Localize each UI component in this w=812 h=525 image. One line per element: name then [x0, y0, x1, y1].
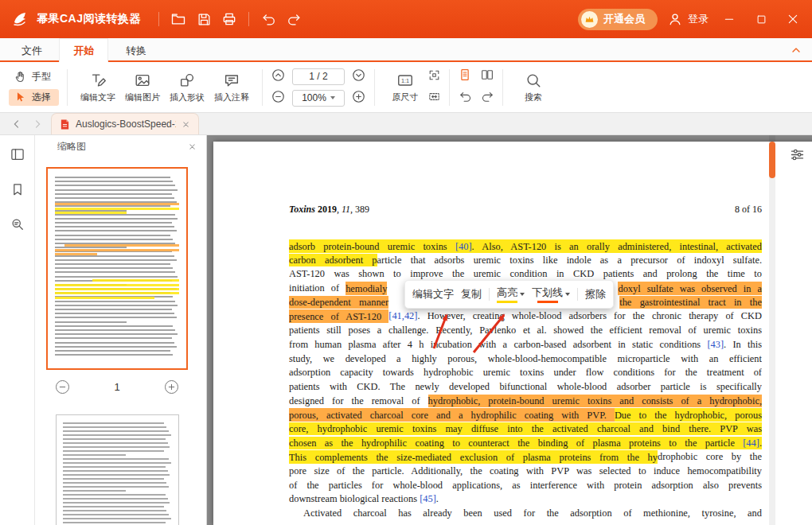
- ribbon-divider: [67, 69, 68, 106]
- panel-close-button[interactable]: [188, 142, 197, 151]
- ribbon-group-layout: [452, 67, 500, 107]
- doc-line[interactable]: pore size of the particle. Additionally,…: [289, 465, 762, 479]
- search-button[interactable]: 搜索: [511, 72, 556, 103]
- ctx-highlight-button[interactable]: 高亮: [497, 286, 525, 303]
- document-page[interactable]: Toxins 2019, 11, 389 8 of 16 adsorb prot…: [213, 142, 812, 525]
- context-toolbar-divider: [489, 288, 490, 301]
- page-indicator[interactable]: 1 / 2: [292, 68, 345, 85]
- ribbon-divider: [262, 69, 263, 106]
- chevron-up-icon: [790, 44, 802, 56]
- close-button[interactable]: [782, 8, 804, 30]
- ribbon-group-view: 1:1 原尺寸: [377, 67, 447, 107]
- shape-icon: [178, 72, 196, 89]
- tab-file[interactable]: 文件: [8, 39, 56, 63]
- ctx-erase-button[interactable]: 擦除: [585, 287, 606, 301]
- thumbnail-panel: 缩略图 1: [35, 135, 207, 525]
- next-page-button[interactable]: [351, 68, 366, 86]
- doc-line[interactable]: study, we developed a highly porous, who…: [289, 352, 762, 367]
- doc-line[interactable]: adsorb protein-bound uremic toxins [40].…: [289, 239, 762, 254]
- doc-line[interactable]: adsorption capacity towards hydrophobic …: [289, 366, 762, 380]
- original-size-button[interactable]: 1:1 原尺寸: [383, 72, 427, 103]
- save-button[interactable]: [193, 8, 215, 30]
- tab-convert[interactable]: 转换: [112, 39, 160, 63]
- doc-line[interactable]: presence of AST-120 [41,42]. However, cr…: [289, 309, 762, 324]
- user-icon: [667, 11, 683, 27]
- prev-page-button[interactable]: [271, 68, 286, 86]
- redo-button[interactable]: [283, 8, 305, 30]
- zoom-in-button[interactable]: [351, 89, 366, 107]
- insert-note-button[interactable]: 插入注释: [209, 72, 254, 103]
- tab-next-button[interactable]: [27, 114, 48, 134]
- cursor-icon: [14, 91, 27, 104]
- doc-line[interactable]: from human plasma after 4 h incubation w…: [289, 338, 762, 352]
- fit-page-button[interactable]: [427, 68, 441, 85]
- titlebar-divider: [158, 12, 159, 26]
- sidebar-strip: [0, 135, 35, 525]
- doc-line[interactable]: designed for the removal of hydrophobic,…: [289, 395, 762, 409]
- ribbon-collapse-button[interactable]: [790, 44, 802, 60]
- document-tab[interactable]: Auslogics-BoostSpeed-13: [51, 113, 199, 134]
- ribbon-group-search: 搜索: [506, 72, 561, 103]
- doc-line[interactable]: Activated charcoal has already been used…: [289, 507, 762, 521]
- doc-line[interactable]: This complements the size-mediated exclu…: [289, 450, 762, 465]
- caret-down-icon[interactable]: [520, 293, 525, 296]
- ribbon-redo-button[interactable]: [481, 90, 494, 107]
- undo-button[interactable]: [257, 8, 279, 30]
- page-thumbnail-1[interactable]: [46, 167, 188, 370]
- scrollbar[interactable]: [769, 135, 775, 525]
- single-page-button[interactable]: [458, 68, 472, 85]
- edit-text-button[interactable]: 编辑文字: [76, 72, 120, 103]
- ctx-edit-text-button[interactable]: 编辑文字: [412, 287, 454, 301]
- open-file-button[interactable]: [167, 8, 189, 30]
- doc-line[interactable]: porous, activated charcoal core and a hy…: [289, 408, 762, 422]
- doc-line[interactable]: patients with CKD. The newly developed b…: [289, 380, 762, 395]
- page-search-button[interactable]: [10, 216, 25, 235]
- thumbnails-panel-button[interactable]: [10, 146, 25, 165]
- titlebar: 幂果CAJ阅读转换器 开通会员 登录: [0, 0, 812, 38]
- ctx-copy-button[interactable]: 复制: [461, 287, 482, 301]
- zoom-select[interactable]: 100%: [292, 90, 345, 107]
- doc-line[interactable]: downstream biological reactions [45].: [289, 492, 762, 507]
- bookmarks-button[interactable]: [10, 181, 25, 200]
- hand-tool-button[interactable]: 手型: [9, 68, 59, 85]
- insert-shape-button[interactable]: 插入形状: [165, 72, 209, 103]
- app-title: 幂果CAJ阅读转换器: [37, 12, 141, 26]
- search-icon: [10, 216, 25, 232]
- select-tool-button[interactable]: 选择: [9, 89, 59, 106]
- maximize-icon: [755, 14, 767, 25]
- membership-button[interactable]: 开通会员: [578, 9, 658, 30]
- login-button[interactable]: 登录: [667, 11, 709, 27]
- tab-close-button[interactable]: [182, 120, 190, 129]
- fit-width-button[interactable]: [427, 90, 441, 107]
- maximize-button[interactable]: [750, 8, 772, 30]
- doc-line[interactable]: of the particles for whole-blood applica…: [289, 479, 762, 493]
- folder-icon: [170, 11, 186, 27]
- edit-image-label: 编辑图片: [125, 91, 160, 103]
- view-settings-button[interactable]: [789, 146, 806, 166]
- minimize-button[interactable]: [718, 8, 740, 30]
- zoom-out-button[interactable]: [271, 89, 286, 107]
- tab-prev-button[interactable]: [6, 114, 27, 134]
- ctx-underline-button[interactable]: 下划线: [532, 286, 570, 303]
- insert-note-label: 插入注释: [214, 91, 249, 103]
- svg-text:1:1: 1:1: [401, 76, 409, 84]
- page-thumbnail-2[interactable]: [56, 414, 179, 525]
- select-tool-label: 选择: [32, 91, 51, 104]
- two-page-button[interactable]: [480, 68, 494, 85]
- doc-line[interactable]: chosen as the hydrophilic coating to cou…: [289, 437, 762, 451]
- undo-icon: [459, 90, 472, 103]
- caret-down-icon[interactable]: [565, 293, 570, 296]
- doc-line[interactable]: core, hydrophobic uremic toxins may diff…: [289, 422, 762, 437]
- print-button[interactable]: [218, 8, 240, 30]
- doc-line[interactable]: patients still poses a challenge. Recent…: [289, 324, 762, 338]
- edit-image-button[interactable]: 编辑图片: [120, 72, 165, 103]
- scrollbar-thumb[interactable]: [769, 142, 775, 178]
- thumbnail-zoom-out[interactable]: [56, 380, 69, 394]
- thumbnail-zoom-in[interactable]: [165, 380, 178, 394]
- doc-line[interactable]: carbon adsorbent particle that adsorbs u…: [289, 254, 762, 268]
- search-icon: [525, 72, 542, 89]
- menu-tabs: 文件 开始 转换: [0, 38, 812, 62]
- undo-icon: [261, 12, 276, 27]
- ribbon-undo-button[interactable]: [459, 90, 472, 107]
- tab-home[interactable]: 开始: [59, 38, 108, 62]
